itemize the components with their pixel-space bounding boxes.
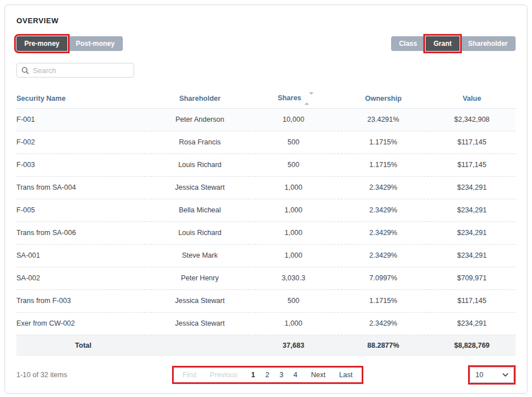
pagination-pages: 1 2 3 4: [251, 371, 298, 379]
cell-security: Exer from CW-002: [16, 312, 151, 335]
cell-value: $234,291: [428, 199, 516, 221]
cell-ownership: 1.1715%: [338, 289, 428, 312]
cell-security: F-001: [16, 108, 151, 131]
cell-shares: 1,000: [248, 176, 338, 199]
cell-ownership: 2.3429%: [338, 221, 428, 244]
cell-ownership: 1.1715%: [338, 131, 428, 153]
cell-ownership: 23.4291%: [338, 108, 428, 131]
table-row: Trans from F-003 Jessica Stewart 500 1.1…: [16, 289, 516, 312]
class-button[interactable]: Class: [391, 36, 425, 51]
table-row: Trans from SA-006 Louis Richard 1,000 2.…: [16, 221, 516, 244]
cell-security: SA-001: [16, 244, 151, 267]
pagination-page-3[interactable]: 3: [280, 371, 284, 379]
page-size-select[interactable]: 10: [470, 367, 514, 383]
cell-shareholder: Peter Anderson: [151, 108, 248, 131]
column-header-shares[interactable]: Shares: [248, 89, 338, 108]
cell-shareholder: Steve Mark: [151, 244, 248, 267]
pagination-page-1[interactable]: 1: [251, 371, 255, 379]
cell-shares: 1,000: [248, 312, 338, 335]
cell-ownership: 2.3429%: [338, 199, 428, 221]
cell-shareholder: Rosa Francis: [151, 131, 248, 153]
column-header-ownership: Ownership: [338, 89, 428, 108]
post-money-button[interactable]: Post-money: [68, 36, 123, 51]
search-box[interactable]: [16, 63, 134, 78]
table-row: F-005 Bella Micheal 1,000 2.3429% $234,2…: [16, 199, 516, 221]
cell-shares: 1,000: [248, 244, 338, 267]
page-size-value: 10: [475, 371, 483, 379]
cell-security: F-002: [16, 131, 151, 153]
cell-shareholder: Bella Micheal: [151, 199, 248, 221]
cell-shares: 500: [248, 153, 338, 176]
cell-security: Trans from SA-006: [16, 221, 151, 244]
cell-ownership: 2.3429%: [338, 312, 428, 335]
column-header-value: Value: [428, 89, 516, 108]
cell-shares: 10,000: [248, 108, 338, 131]
cell-shares: 500: [248, 289, 338, 312]
table-row: Trans from SA-004 Jessica Stewart 1,000 …: [16, 176, 516, 199]
table-row: SA-002 Peter Henry 3,030.3 7.0997% $709,…: [16, 267, 516, 289]
search-input[interactable]: [33, 66, 129, 75]
cell-value: $709,971: [428, 267, 516, 289]
pagination-page-2[interactable]: 2: [265, 371, 269, 379]
table-row: SA-001 Steve Mark 1,000 2.3429% $234,291: [16, 244, 516, 267]
total-value: $8,828,769: [428, 335, 516, 356]
table-header-row: Security Name Shareholder Shares Ownersh…: [16, 89, 516, 108]
cell-value: $234,291: [428, 221, 516, 244]
cell-shareholder: Peter Henry: [151, 267, 248, 289]
money-toggle-group: Pre-money Post-money: [16, 36, 123, 51]
total-label: Total: [16, 335, 151, 356]
cell-shares: 500: [248, 131, 338, 153]
toolbar: Pre-money Post-money Class Grant Shareho…: [16, 36, 516, 51]
overview-card: OVERVIEW Pre-money Post-money Class Gran…: [5, 5, 527, 394]
cell-shareholder: Jessica Stewart: [151, 176, 248, 199]
pagination-page-4[interactable]: 4: [294, 371, 298, 379]
cell-security: F-005: [16, 199, 151, 221]
total-shares: 37,683: [248, 335, 338, 356]
cell-security: Trans from F-003: [16, 289, 151, 312]
chevron-down-icon: [503, 373, 508, 377]
cell-security: Trans from SA-004: [16, 176, 151, 199]
total-ownership: 88.2877%: [338, 335, 428, 356]
cell-shareholder: Louis Richard: [151, 153, 248, 176]
cell-value: $117,145: [428, 153, 516, 176]
pagination-last[interactable]: Last: [339, 371, 353, 379]
page-title: OVERVIEW: [16, 16, 516, 25]
total-row: Total 37,683 88.2877% $8,828,769: [16, 335, 516, 356]
cell-value: $234,291: [428, 244, 516, 267]
cell-ownership: 2.3429%: [338, 176, 428, 199]
pagination-next[interactable]: Next: [311, 371, 326, 379]
cell-security: SA-002: [16, 267, 151, 289]
cell-ownership: 7.0997%: [338, 267, 428, 289]
pagination-first[interactable]: First: [183, 371, 196, 379]
cell-ownership: 2.3429%: [338, 244, 428, 267]
annotation-box-pagination: First Previous 1 2 3 4 Next Last: [172, 366, 363, 384]
shareholder-button[interactable]: Shareholder: [460, 36, 516, 51]
cell-value: $234,291: [428, 312, 516, 335]
table-footer: 1-10 of 32 items First Previous 1 2 3 4 …: [16, 365, 516, 385]
cell-value: $117,145: [428, 131, 516, 153]
table-row: Exer from CW-002 Jessica Stewart 1,000 2…: [16, 312, 516, 335]
securities-table: Security Name Shareholder Shares Ownersh…: [16, 89, 516, 356]
cell-shares: 1,000: [248, 199, 338, 221]
cell-shareholder: Jessica Stewart: [151, 289, 248, 312]
cell-value: $234,291: [428, 176, 516, 199]
column-header-security-name: Security Name: [16, 89, 151, 108]
column-header-shareholder: Shareholder: [151, 89, 248, 108]
table-row: F-001 Peter Anderson 10,000 23.4291% $2,…: [16, 108, 516, 131]
table-row: F-002 Rosa Francis 500 1.1715% $117,145: [16, 131, 516, 153]
grant-button[interactable]: Grant: [426, 36, 460, 51]
sort-icon[interactable]: [304, 95, 309, 103]
pre-money-button[interactable]: Pre-money: [16, 36, 67, 51]
cell-value: $2,342,908: [428, 108, 516, 131]
table-row: F-003 Louis Richard 500 1.1715% $117,145: [16, 153, 516, 176]
column-header-shares-label: Shares: [278, 94, 302, 102]
cell-security: F-003: [16, 153, 151, 176]
pagination-previous[interactable]: Previous: [210, 371, 238, 379]
cell-shares: 1,000: [248, 221, 338, 244]
magnifier-icon: [22, 67, 29, 74]
grouping-toggle-group: Class Grant Shareholder: [391, 36, 516, 51]
total-shareholder-cell: [151, 335, 248, 356]
cell-shareholder: Jessica Stewart: [151, 312, 248, 335]
annotation-box-page-size: 10: [468, 365, 516, 385]
cell-shareholder: Louis Richard: [151, 221, 248, 244]
